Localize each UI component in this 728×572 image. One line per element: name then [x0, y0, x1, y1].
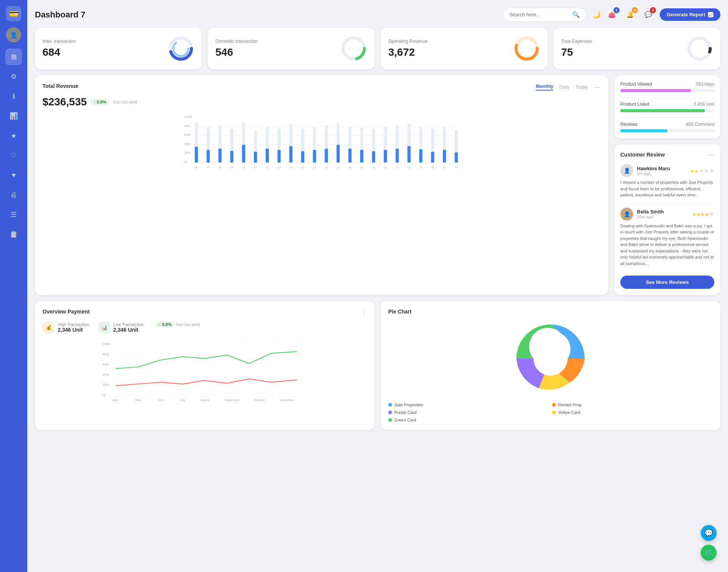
stars-1: ★★★★★: [690, 167, 714, 174]
svg-text:07: 07: [207, 166, 210, 169]
review-item-2: 👤 Bella Smith 20m ago ★★★★★ Dealing with…: [620, 208, 714, 267]
metric-fill-listed: [620, 109, 705, 112]
svg-text:13: 13: [278, 166, 281, 169]
heart-icon: ♥: [12, 171, 16, 179]
svg-point-7: [689, 38, 710, 59]
sidebar-avatar[interactable]: 👤: [6, 27, 21, 42]
cart-fab[interactable]: 🛒: [701, 545, 717, 561]
cart-icon: 🛒: [704, 548, 713, 557]
header: Dashboard 7 🔍 🌙 👛 2 🔔 12 💬 5 Generate Re…: [35, 8, 720, 22]
svg-rect-79: [419, 149, 422, 163]
pie-chart-center: [388, 321, 713, 396]
dot-sale-properties: [388, 403, 392, 407]
tab-daily[interactable]: Daily: [559, 85, 570, 90]
high-transaction-value: 2,346 Unit: [58, 327, 89, 333]
svg-text:23: 23: [396, 166, 399, 169]
low-transaction-item: 📊 Low Transaction 2,346 Unit: [98, 321, 144, 334]
high-transaction-item: 💰 High Transaction 2,346 Unit: [42, 321, 89, 334]
payment-more-btn[interactable]: ⋮: [360, 309, 367, 317]
revenue-trend-pct: ↑ 0.8%: [91, 99, 110, 105]
analytics-icon: 📊: [9, 112, 18, 120]
low-transaction-value: 2,346 Unit: [113, 327, 144, 333]
metric-bar-viewed: [620, 89, 714, 92]
review-text-2: Dealing with Syamsudin and Bakri was a j…: [620, 223, 714, 267]
sidebar-item-heart[interactable]: ♥: [5, 167, 22, 183]
see-more-reviews-btn[interactable]: See More Reviews: [620, 276, 714, 289]
donut-domestic: [340, 35, 367, 62]
dot-green-card: [388, 418, 392, 422]
sidebar-item-heart-outline[interactable]: ♡: [5, 147, 22, 164]
metric-bar-reviews: [620, 129, 714, 132]
stat-value-inter: 684: [42, 46, 76, 58]
pie-chart-title: Pie Chart: [388, 309, 713, 315]
payment-line-svg: 1000k 800k 600k 400k 200k 0k: [42, 340, 367, 408]
high-transaction-icon: 💰: [42, 321, 55, 334]
stats-row: Inter. transaction 684 Domestic transact…: [35, 28, 720, 69]
svg-rect-52: [313, 150, 316, 163]
label-purple-card: Purple Card: [394, 410, 417, 415]
metric-reviews-header: Reviews 456 Comment: [620, 122, 714, 127]
metric-fill-viewed: [620, 89, 691, 92]
sidebar-item-analytics[interactable]: 📊: [5, 108, 22, 124]
revenue-amount-row: $236,535 ↑ 0.8% than last week: [42, 96, 601, 108]
svg-rect-43: [278, 150, 281, 163]
generate-report-button[interactable]: Generate Report 📈: [660, 8, 720, 21]
revenue-chart-tabs: Monthly Daily Today ⋯: [536, 83, 601, 91]
reviewer-name-1: Hawkins Maru: [637, 166, 670, 171]
sidebar-item-printer[interactable]: 🖨: [5, 186, 22, 203]
chart-title-container: Total Revenue: [42, 83, 78, 89]
svg-rect-49: [301, 151, 304, 163]
sidebar-item-info[interactable]: ℹ: [5, 88, 22, 105]
svg-text:800k: 800k: [184, 124, 191, 128]
svg-text:22: 22: [384, 166, 387, 169]
chat-btn[interactable]: 💬 5: [642, 8, 655, 22]
svg-text:September: September: [224, 398, 240, 402]
support-fab[interactable]: 💬: [701, 525, 717, 541]
right-panel: Product Viewed 561/days Product Listed 3…: [614, 75, 720, 295]
tab-monthly[interactable]: Monthly: [536, 84, 553, 91]
sidebar-item-menu[interactable]: ☰: [5, 206, 22, 223]
svg-text:27: 27: [443, 166, 446, 169]
stat-value-revenue: 3,672: [388, 46, 428, 58]
dot-rented-prop: [552, 403, 556, 407]
svg-text:20: 20: [360, 166, 363, 169]
reviewer-name-2: Bella Smith: [637, 209, 664, 215]
search-container[interactable]: 🔍: [503, 8, 586, 22]
revenue-chart-header: Total Revenue Monthly Daily Today ⋯: [42, 83, 601, 91]
heart-outline-icon: ♡: [11, 151, 17, 160]
notification-btn[interactable]: 🔔 12: [623, 8, 637, 22]
bar-chart-area: 1000k 800k 600k 400k 200k 0k: [42, 114, 601, 175]
stat-card-domestic: Domestic transaction 546: [208, 28, 375, 69]
metric-value-viewed: 561/days: [696, 81, 714, 87]
sidebar-item-settings[interactable]: ⚙: [5, 68, 22, 85]
metric-fill-reviews: [620, 129, 667, 132]
metric-name-viewed: Product Viewed: [620, 81, 652, 87]
svg-point-110: [533, 342, 568, 376]
wallet-badge: 2: [613, 7, 620, 13]
sidebar-item-list[interactable]: 📋: [5, 226, 22, 243]
bottom-row: Overview Payment ⋮ 💰 High Transaction 2,…: [35, 301, 720, 430]
review-text-1: I viewed a number of properties with Jus…: [620, 179, 714, 198]
generate-btn-label: Generate Report: [667, 12, 705, 17]
sidebar-item-star[interactable]: ★: [5, 127, 22, 144]
pie-chart-card: Pie Chart: [381, 301, 720, 430]
svg-text:April: April: [112, 398, 118, 402]
tab-today[interactable]: Today: [576, 85, 588, 90]
reviewer-time-2: 20m ago: [637, 215, 664, 219]
moon-icon[interactable]: 🌙: [592, 11, 601, 19]
search-input[interactable]: [509, 12, 569, 17]
svg-text:25: 25: [419, 166, 422, 169]
payment-chart-header: Overview Payment ⋮: [42, 309, 367, 317]
legend-purple-card: Purple Card: [388, 410, 549, 415]
svg-text:1000k: 1000k: [102, 342, 111, 346]
wallet-btn[interactable]: 👛 2: [605, 8, 619, 22]
svg-text:11: 11: [254, 166, 257, 169]
svg-text:09: 09: [231, 166, 234, 169]
svg-text:800k: 800k: [102, 353, 109, 356]
svg-text:17: 17: [325, 166, 328, 169]
svg-text:06: 06: [195, 166, 198, 169]
reviews-more-btn[interactable]: ⋯: [708, 150, 714, 159]
sidebar-item-dashboard[interactable]: ⊞: [5, 49, 22, 65]
more-options-btn[interactable]: ⋯: [594, 83, 601, 91]
stars-2: ★★★★★: [692, 210, 714, 218]
